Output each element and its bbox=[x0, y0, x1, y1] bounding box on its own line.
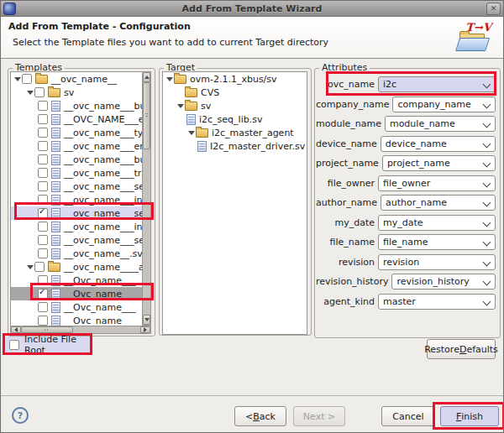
expander-icon[interactable] bbox=[176, 104, 185, 108]
next-button[interactable]: Next > bbox=[293, 406, 345, 426]
tree-item[interactable]: __ovc_name___inte bbox=[11, 193, 142, 206]
checkbox[interactable] bbox=[38, 302, 48, 312]
combo-revision_history[interactable]: revision_history bbox=[391, 274, 496, 290]
vertical-scroll-thumb[interactable] bbox=[143, 82, 150, 149]
include-file-root[interactable]: Include File Root bbox=[5, 336, 90, 352]
close-button[interactable]: ✕ bbox=[486, 3, 501, 15]
scroll-left-button[interactable] bbox=[11, 326, 21, 333]
window-titlebar[interactable]: Add From Template Wizard ✕ bbox=[1, 1, 503, 17]
back-button[interactable]: < Back bbox=[234, 406, 286, 426]
tree-item-label: __Ovc_name___ bbox=[63, 289, 135, 300]
checkbox[interactable] bbox=[38, 316, 48, 326]
tree-item-label: CVS bbox=[200, 87, 219, 98]
attribute-label-author_name: author_name bbox=[316, 197, 377, 208]
attribute-row: my_datemy_date bbox=[316, 214, 496, 232]
tree-item[interactable]: __ovc_name___env. bbox=[11, 139, 142, 153]
checkbox[interactable] bbox=[38, 168, 48, 178]
scroll-up-button[interactable] bbox=[143, 72, 150, 82]
chevron-down-icon bbox=[483, 81, 491, 89]
chevron-down-icon bbox=[483, 238, 491, 247]
triangle-down-icon bbox=[27, 265, 34, 269]
restore-defaults-button[interactable]: Restore Defaults bbox=[427, 339, 496, 359]
expander-icon[interactable] bbox=[186, 131, 196, 135]
tree-item[interactable]: __ovc_name___sequ bbox=[11, 233, 142, 247]
tree-item[interactable]: __OVC_NAME___env bbox=[11, 112, 142, 126]
checkbox[interactable] bbox=[38, 275, 48, 285]
checkbox[interactable] bbox=[34, 87, 45, 97]
expander-icon[interactable] bbox=[13, 77, 22, 81]
horizontal-scroll-thumb[interactable] bbox=[21, 326, 73, 333]
combo-project_name[interactable]: project_name bbox=[382, 155, 496, 171]
tree-item[interactable]: __Ovc_name___ bbox=[11, 300, 142, 314]
combo-device_name[interactable]: device_name bbox=[381, 136, 496, 152]
checkbox[interactable] bbox=[22, 74, 32, 84]
triangle-down-icon bbox=[27, 91, 34, 95]
tree-item[interactable]: I2c_master_driver.sv bbox=[163, 139, 307, 153]
include-file-root-checkbox[interactable] bbox=[9, 340, 19, 350]
scroll-down-button[interactable] bbox=[143, 315, 150, 325]
tree-item-label: __ovc_name___type bbox=[63, 128, 143, 138]
cancel-button[interactable]: Cancel bbox=[381, 406, 435, 426]
combo-agent_kind[interactable]: master bbox=[378, 294, 496, 310]
tree-item[interactable]: __ovc_name___bus_ bbox=[11, 99, 142, 112]
checkbox[interactable] bbox=[38, 222, 48, 232]
tree-item[interactable]: sv bbox=[11, 86, 142, 99]
tree-item[interactable]: __ovc_name__.svh bbox=[11, 247, 142, 260]
tree-item[interactable]: __ovc_name___seq_ bbox=[11, 206, 142, 220]
help-button[interactable]: ? bbox=[12, 407, 29, 424]
folder-icon bbox=[48, 88, 60, 97]
triangle-down-icon bbox=[14, 77, 21, 81]
checkbox[interactable] bbox=[38, 141, 48, 151]
checkbox-checked[interactable] bbox=[38, 208, 48, 218]
checkbox[interactable] bbox=[38, 114, 48, 124]
tree-item[interactable]: __Ovc_name___ bbox=[11, 274, 142, 287]
attributes-group-label: Attributes bbox=[319, 62, 370, 73]
combo-author_name[interactable]: author_name bbox=[381, 195, 496, 211]
tree-item[interactable]: __ovc_name___sequ bbox=[11, 180, 142, 193]
checkbox[interactable] bbox=[34, 262, 45, 272]
tree-item[interactable]: __ovc_name___inter bbox=[11, 220, 142, 233]
tree-item[interactable]: __ovc_name___tran bbox=[11, 166, 142, 180]
combo-module_name[interactable]: module_name bbox=[385, 116, 496, 132]
combo-value: revision_history bbox=[396, 276, 469, 287]
tree-item-label: __ovc_name___tran bbox=[63, 168, 143, 179]
checkbox-checked[interactable] bbox=[38, 289, 48, 299]
tree-item[interactable]: __ovc_name___bus_ bbox=[11, 153, 142, 166]
tree-item[interactable]: ovm-2.1.1_xbus/sv bbox=[163, 72, 307, 86]
checkbox[interactable] bbox=[38, 181, 48, 191]
checkbox[interactable] bbox=[38, 248, 48, 258]
tree-item[interactable]: __Ovc_name___ bbox=[11, 287, 142, 300]
tree-item[interactable]: i2c_master_agent bbox=[163, 126, 307, 139]
file-icon bbox=[51, 222, 60, 232]
combo-revision[interactable]: revision bbox=[378, 254, 496, 270]
combo-file_name[interactable]: file_name bbox=[378, 234, 496, 250]
combo-ovc_name[interactable]: i2c bbox=[378, 76, 496, 92]
wizard-dialog: Add From Template Wizard ✕ Add From Temp… bbox=[0, 0, 504, 433]
scroll-right-button[interactable] bbox=[140, 326, 150, 333]
checkbox[interactable] bbox=[38, 195, 48, 205]
expander-icon[interactable] bbox=[25, 265, 34, 269]
tree-item[interactable]: CVS bbox=[163, 86, 307, 99]
checkbox[interactable] bbox=[38, 235, 48, 245]
folder-icon bbox=[48, 263, 60, 272]
expander-icon[interactable] bbox=[165, 77, 174, 81]
tree-item[interactable]: sv bbox=[163, 99, 307, 112]
tree-item[interactable]: __ovc_name___type bbox=[11, 126, 142, 139]
tree-item[interactable]: __ovc_name____ag bbox=[11, 260, 142, 274]
finish-button[interactable]: Finish bbox=[440, 406, 499, 426]
tree-item-label: __OVC_NAME___env bbox=[63, 114, 143, 125]
checkbox[interactable] bbox=[38, 154, 48, 164]
attribute-row: agent_kindmaster bbox=[316, 293, 496, 310]
tree-item[interactable]: __ovc_name__ bbox=[11, 72, 142, 86]
tree-item[interactable]: i2c_seq_lib.sv bbox=[163, 112, 307, 126]
triangle-down-icon bbox=[188, 131, 195, 135]
combo-my_date[interactable]: my_date bbox=[378, 215, 496, 231]
checkbox[interactable] bbox=[38, 128, 48, 138]
combo-file_owner[interactable]: file_owner bbox=[378, 175, 496, 191]
template-wizard-icon: T→V bbox=[454, 22, 491, 54]
attribute-label-project_name: project_name bbox=[316, 158, 379, 169]
folder-front-icon bbox=[455, 38, 490, 51]
checkbox[interactable] bbox=[38, 101, 48, 111]
expander-icon[interactable] bbox=[25, 91, 34, 95]
combo-company_name[interactable]: company_name bbox=[392, 97, 496, 112]
